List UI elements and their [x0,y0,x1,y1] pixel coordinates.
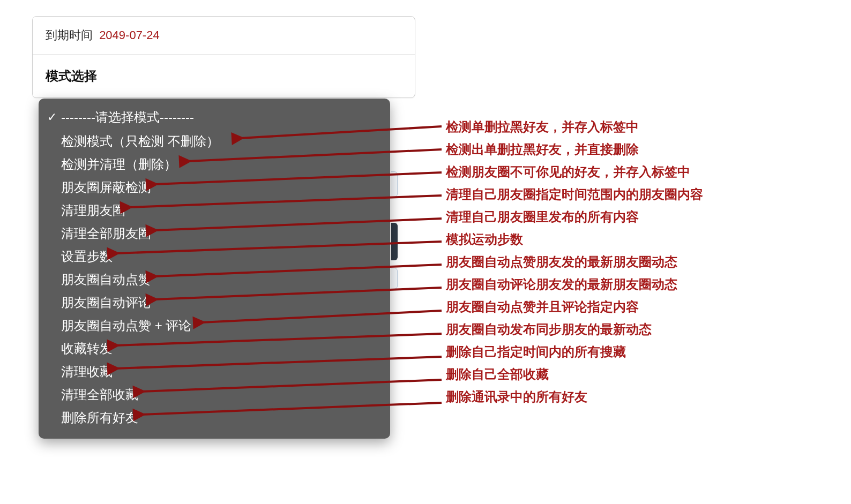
annotation-text: 检测朋友圈不可你见的好友，并存入标签中 [446,161,832,183]
checkmark-icon: ✓ [47,108,61,126]
dropdown-item[interactable]: 检测并清理（删除） [39,153,390,176]
annotation-text: 模拟运动步数 [446,228,832,251]
dropdown-item[interactable]: 清理朋友圈 [39,199,390,222]
mode-dropdown[interactable]: ✓ --------请选择模式-------- 检测模式（只检测 不删除）检测并… [39,99,390,439]
dropdown-item[interactable]: 删除所有好友 [39,406,390,429]
dropdown-item[interactable]: 朋友圈自动评论 [39,291,390,314]
dropdown-item[interactable]: 设置步数 [39,245,390,268]
annotation-text: 检测出单删拉黑好友，并直接删除 [446,138,832,161]
annotation-text: 清理自己朋友圈指定时间范围内的朋友圈内容 [446,183,832,206]
annotation-text: 朋友圈自动点赞并且评论指定内容 [446,296,832,318]
expiry-date: 2049-07-24 [99,28,160,42]
annotation-text: 朋友圈自动发布同步朋友的最新动态 [446,318,832,341]
dropdown-item[interactable]: 朋友圈自动点赞 + 评论 [39,314,390,337]
panel-header: 到期时间 2049-07-24 [33,17,415,55]
panel-body: 模式选择 [33,55,415,97]
dropdown-item[interactable]: 收藏转发 [39,337,390,360]
annotation-text: 删除通讯录中的所有好友 [446,386,832,408]
expiry-label: 到期时间 [46,28,93,42]
dropdown-selected-row[interactable]: ✓ --------请选择模式-------- [39,105,390,130]
dropdown-placeholder: --------请选择模式-------- [61,108,194,126]
dropdown-item[interactable]: 检测模式（只检测 不删除） [39,130,390,153]
dropdown-item[interactable]: 清理收藏 [39,360,390,383]
annotation-text: 清理自己朋友圈里发布的所有内容 [446,206,832,228]
annotation-text: 删除自己指定时间内的所有搜藏 [446,341,832,363]
annotation-text: 朋友圈自动评论朋友发的最新朋友圈动态 [446,273,832,296]
annotations-column: 检测单删拉黑好友，并存入标签中检测出单删拉黑好友，并直接删除检测朋友圈不可你见的… [446,116,832,408]
mode-section-title: 模式选择 [46,67,402,85]
annotation-text: 删除自己全部收藏 [446,363,832,386]
dropdown-item[interactable]: 朋友圈屏蔽检测 [39,176,390,199]
annotation-text: 朋友圈自动点赞朋友发的最新朋友圈动态 [446,251,832,273]
dropdown-item[interactable]: 清理全部收藏 [39,383,390,406]
control-panel: 到期时间 2049-07-24 模式选择 [32,16,415,98]
dropdown-item[interactable]: 朋友圈自动点赞 [39,268,390,291]
dropdown-item[interactable]: 清理全部朋友圈 [39,222,390,245]
annotation-text: 检测单删拉黑好友，并存入标签中 [446,116,832,138]
